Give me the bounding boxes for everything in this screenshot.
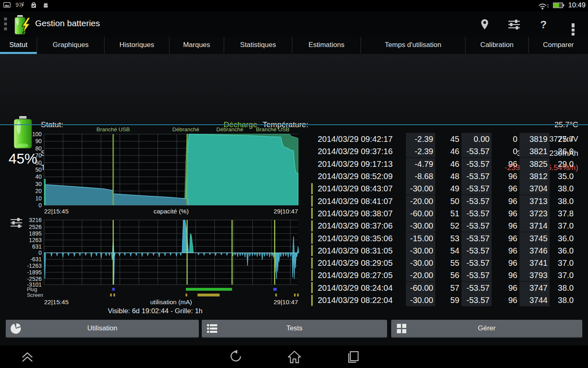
tests-button[interactable]: Tests xyxy=(202,320,387,338)
cell: 96 xyxy=(492,207,519,220)
utilisation-button[interactable]: Utilisation xyxy=(6,320,199,338)
table-row[interactable]: 2014/03/29 08:24:04-60.0057-53.579637473… xyxy=(311,282,587,294)
svg-text:90: 90 xyxy=(35,138,42,144)
cell: 2014/03/29 08:35:06 xyxy=(314,232,406,245)
cell: 37.8 xyxy=(550,207,576,220)
cell: 37.0 xyxy=(550,220,576,232)
svg-text:50: 50 xyxy=(35,166,42,173)
home-icon[interactable] xyxy=(286,349,303,365)
table-row[interactable]: 2014/03/29 08:29:05-30.0055-53.579637413… xyxy=(311,257,587,269)
table-row[interactable]: 2014/03/29 08:43:07-30.0049-53.579637043… xyxy=(311,182,587,195)
cell: 2014/03/29 09:42:17 xyxy=(314,133,406,145)
battery-97-notification-icon: 97 xyxy=(16,1,25,9)
cell: -60.00 xyxy=(406,207,435,220)
svg-text:0: 0 xyxy=(38,249,42,256)
usage-chart[interactable]: 32162526189512636310-631-1263-1895-2526-… xyxy=(0,217,304,306)
cell: 2014/03/29 08:31:05 xyxy=(314,245,406,257)
recents-icon[interactable] xyxy=(345,349,361,365)
svg-text:631: 631 xyxy=(32,243,42,250)
cell: 37.0 xyxy=(550,257,576,269)
cell: -53.57 xyxy=(461,158,492,170)
tab-estimations[interactable]: Estimations xyxy=(292,37,361,53)
cell: 96 xyxy=(492,294,519,306)
row-marker xyxy=(311,233,313,244)
cell: 2014/03/29 08:27:05 xyxy=(314,269,406,281)
location-icon[interactable] xyxy=(475,16,494,33)
cell: 2014/03/29 09:17:13 xyxy=(314,158,406,170)
cell: -30.00 xyxy=(406,220,435,232)
cell: 57 xyxy=(435,282,461,294)
cell: 2014/03/29 08:37:06 xyxy=(314,220,406,232)
cell: 3821 xyxy=(519,145,550,157)
table-row[interactable]: 2014/03/29 08:31:05-30.0054-53.579637463… xyxy=(311,245,587,257)
cell: 2014/03/29 08:22:04 xyxy=(314,294,406,306)
shop-bag-notification-icon xyxy=(30,2,37,9)
table-row[interactable]: 2014/03/29 09:37:16-2.3946-53.570382126.… xyxy=(311,145,587,157)
tuning-icon[interactable] xyxy=(504,16,524,33)
cell: 2014/03/29 08:24:04 xyxy=(314,282,406,294)
svg-text:70: 70 xyxy=(35,152,42,159)
cell: -53.57 xyxy=(461,145,492,157)
cell: -53.57 xyxy=(461,269,492,281)
row-marker xyxy=(311,183,313,194)
cell: 0 xyxy=(492,133,519,145)
cell: 50 xyxy=(435,195,461,207)
cell: 3713 xyxy=(519,195,550,207)
row-marker xyxy=(311,208,313,219)
tab-comparer[interactable]: Comparer xyxy=(529,37,588,53)
tab-statut[interactable]: Statut xyxy=(0,37,37,53)
row-marker xyxy=(311,258,313,269)
tab-historiques[interactable]: Historiques xyxy=(105,37,169,53)
svg-text:20: 20 xyxy=(35,188,42,194)
table-row[interactable]: 2014/03/29 08:52:09-8.6848-53.5796381235… xyxy=(311,170,587,182)
tab-marques[interactable]: Marques xyxy=(169,37,224,53)
svg-text:3216: 3216 xyxy=(29,217,42,223)
table-row[interactable]: 2014/03/29 09:42:17-2.39450.000381925.7 xyxy=(311,133,587,145)
cell: 55 xyxy=(435,257,461,269)
tab-calibration[interactable]: Calibration xyxy=(466,37,529,53)
table-row[interactable]: 2014/03/29 08:35:06-15.0053-53.579637453… xyxy=(311,232,587,244)
cell: 45 xyxy=(435,133,461,145)
cell: -53.57 xyxy=(461,294,492,306)
cell: -53.57 xyxy=(461,257,492,269)
cell: 3819 xyxy=(519,133,550,145)
cell: 48 xyxy=(435,170,461,182)
svg-text:Débranché: Débranché xyxy=(172,126,199,132)
cell: -30.00 xyxy=(406,245,435,257)
table-row[interactable]: 2014/03/29 08:41:07-20.0050-53.579637133… xyxy=(311,195,587,207)
cell: 2014/03/29 08:38:07 xyxy=(314,207,406,220)
cell: 38.0 xyxy=(550,294,576,306)
app-title: Gestion batteries xyxy=(35,18,100,28)
cell: 2014/03/29 08:41:07 xyxy=(314,195,406,207)
table-row[interactable]: 2014/03/29 09:17:13-4.7946-53.5796382529… xyxy=(311,158,587,170)
hide-bar-icon[interactable] xyxy=(18,349,36,365)
cell: 3741 xyxy=(519,257,550,269)
cell: -8.68 xyxy=(406,170,435,182)
overflow-icon[interactable] xyxy=(563,16,583,33)
table-row[interactable]: 2014/03/29 08:22:04-30.0059-53.579637443… xyxy=(311,294,587,306)
svg-text:22|15:45: 22|15:45 xyxy=(44,298,69,305)
table-row[interactable]: 2014/03/29 08:37:06-30.0052-53.579637143… xyxy=(311,220,587,232)
svg-text:capacité (%): capacité (%) xyxy=(154,208,189,215)
svg-text:utilisation (mA): utilisation (mA) xyxy=(150,298,192,305)
cell: 46 xyxy=(435,158,461,170)
capacity-chart[interactable]: Branché USBDébranchéDébranchéBranché USB… xyxy=(0,125,304,216)
cell: 3744 xyxy=(519,294,550,306)
table-row[interactable]: 2014/03/29 08:38:07-60.0051-53.579637233… xyxy=(311,207,587,220)
tab-graphiques[interactable]: Graphiques xyxy=(37,37,105,53)
cell: -53.57 xyxy=(461,220,492,232)
tab-statistiques[interactable]: Statistiques xyxy=(224,37,292,53)
cell: -4.79 xyxy=(406,158,435,170)
cell: 2014/03/29 09:37:16 xyxy=(314,145,406,157)
svg-text:Branché USB: Branché USB xyxy=(256,126,290,132)
svg-text:-1263: -1263 xyxy=(27,263,42,269)
help-icon[interactable]: ? xyxy=(534,16,553,33)
cell: -53.57 xyxy=(461,182,492,195)
app-battery-icon xyxy=(11,13,33,36)
table-row[interactable]: 2014/03/29 08:27:05-20.0056-53.579637933… xyxy=(311,269,587,281)
gerer-button[interactable]: Gérer xyxy=(391,320,582,338)
tab-temps-d-utilisation[interactable]: Temps d'utilisation xyxy=(361,37,466,53)
cell: -53.57 xyxy=(461,207,492,220)
back-icon[interactable] xyxy=(228,349,244,365)
cell: 38.0 xyxy=(550,195,576,207)
